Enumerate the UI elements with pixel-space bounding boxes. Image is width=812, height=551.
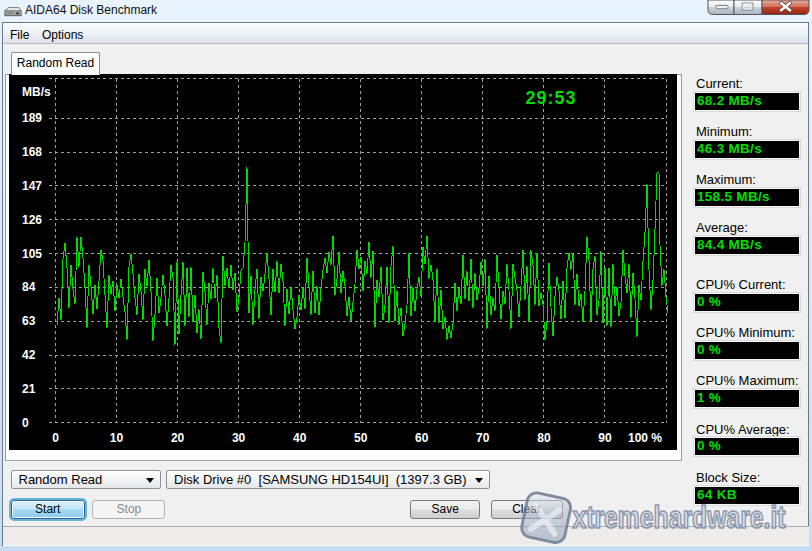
svg-text:21: 21 [22, 382, 36, 396]
svg-text:84: 84 [22, 280, 36, 294]
svg-text:90: 90 [598, 431, 612, 445]
svg-text:63: 63 [22, 314, 36, 328]
svg-text:105: 105 [22, 247, 42, 261]
svg-text:MB/s: MB/s [22, 85, 51, 99]
svg-text:20: 20 [171, 431, 185, 445]
svg-text:50: 50 [354, 431, 368, 445]
svg-text:70: 70 [476, 431, 490, 445]
svg-text:60: 60 [415, 431, 429, 445]
svg-text:29:53: 29:53 [525, 88, 576, 108]
svg-text:xtremehardware.it: xtremehardware.it [573, 499, 786, 535]
svg-text:147: 147 [22, 179, 42, 193]
svg-text:189: 189 [22, 111, 42, 125]
svg-text:0: 0 [52, 431, 59, 445]
svg-text:40: 40 [293, 431, 307, 445]
svg-text:168: 168 [22, 145, 42, 159]
svg-text:30: 30 [232, 431, 246, 445]
svg-text:80: 80 [537, 431, 551, 445]
svg-text:42: 42 [22, 348, 36, 362]
svg-text:126: 126 [22, 213, 42, 227]
svg-text:0: 0 [22, 416, 29, 430]
svg-text:10: 10 [110, 431, 124, 445]
svg-text:100 %: 100 % [628, 431, 662, 445]
